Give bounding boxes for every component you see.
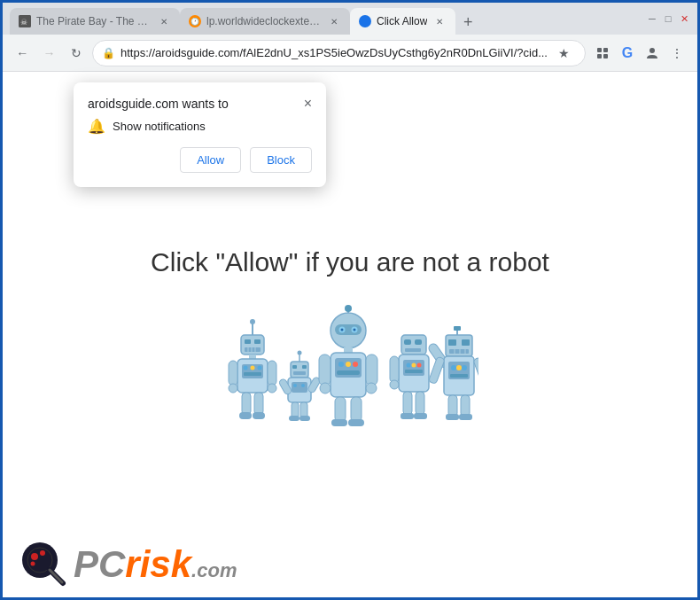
popup-close-button[interactable]: × [304, 97, 312, 111]
popup-header: aroidsguide.com wants to × [88, 97, 312, 111]
svg-rect-95 [449, 349, 469, 354]
tab-close-1[interactable]: ✕ [157, 14, 171, 28]
close-window-button[interactable]: ✕ [678, 12, 690, 25]
svg-point-22 [244, 365, 248, 370]
svg-point-62 [346, 362, 351, 367]
bookmark-star-icon[interactable]: ★ [553, 42, 576, 65]
svg-rect-94 [462, 339, 470, 346]
svg-rect-74 [404, 339, 411, 345]
svg-rect-36 [291, 362, 308, 378]
page-content: aroidsguide.com wants to × 🔔 Show notifi… [3, 72, 697, 600]
svg-point-67 [320, 383, 331, 394]
browser-actions: G ⋮ [591, 42, 688, 65]
svg-rect-82 [405, 370, 423, 373]
tab-title-2: lp.worldwideclockextens... [206, 15, 322, 27]
svg-rect-89 [414, 413, 427, 419]
new-tab-button[interactable]: + [455, 10, 480, 35]
svg-point-24 [258, 365, 262, 370]
svg-rect-91 [454, 326, 461, 331]
tab-title-1: The Pirate Bay - The gal... [36, 15, 152, 27]
svg-point-29 [268, 384, 276, 393]
forward-button[interactable]: → [38, 41, 59, 66]
svg-rect-58 [344, 347, 353, 353]
svg-rect-109 [446, 414, 459, 420]
lock-icon: 🔒 [102, 47, 115, 59]
tab-close-3[interactable]: ✕ [432, 14, 447, 28]
tab-favicon-1: ☠ [19, 15, 31, 27]
svg-rect-48 [289, 416, 299, 421]
popup-notification-row: 🔔 Show notifications [88, 118, 312, 135]
profile-icon[interactable] [641, 42, 664, 65]
address-bar: ← → ↻ 🔒 https://aroidsguide.com/fAlE2dnU… [3, 35, 697, 72]
svg-point-9 [649, 48, 655, 53]
svg-rect-25 [244, 372, 261, 376]
menu-icon[interactable]: ⋮ [665, 42, 688, 65]
address-actions: ★ [553, 42, 576, 65]
svg-rect-6 [603, 48, 608, 52]
refresh-button[interactable]: ↻ [66, 41, 87, 66]
svg-rect-37 [292, 365, 297, 369]
minimize-button[interactable]: ─ [646, 12, 658, 25]
svg-point-101 [451, 365, 456, 370]
svg-point-35 [298, 350, 302, 355]
svg-rect-14 [254, 339, 261, 344]
svg-rect-108 [461, 395, 470, 417]
svg-rect-110 [459, 414, 472, 420]
svg-rect-30 [242, 393, 251, 415]
svg-text:☠: ☠ [20, 18, 27, 27]
google-icon[interactable]: G [616, 42, 639, 65]
extensions-icon[interactable] [591, 42, 614, 65]
tab-clickallow[interactable]: Click Allow ✕ [350, 8, 455, 35]
svg-rect-32 [239, 412, 252, 419]
tab-title-3: Click Allow [377, 15, 427, 27]
svg-point-56 [341, 328, 344, 331]
titlebar: ☠ The Pirate Bay - The gal... ✕ 🕐 lp.wor… [3, 3, 697, 35]
svg-point-85 [390, 380, 399, 389]
svg-rect-7 [597, 54, 602, 58]
svg-rect-72 [348, 419, 364, 426]
svg-point-63 [353, 362, 358, 367]
popup-title: aroidsguide.com wants to [88, 97, 229, 111]
svg-rect-107 [448, 395, 457, 417]
svg-point-57 [354, 328, 356, 331]
svg-point-114 [40, 550, 45, 556]
pcrisk-icon [20, 541, 68, 588]
svg-rect-27 [268, 361, 276, 386]
svg-point-115 [31, 562, 35, 566]
svg-point-23 [251, 365, 255, 370]
svg-rect-75 [415, 339, 422, 345]
com-text: .com [191, 559, 237, 582]
tab-piratebay[interactable]: ☠ The Pirate Bay - The gal... ✕ [10, 8, 180, 35]
allow-button[interactable]: Allow [180, 147, 241, 173]
tab-group: ☠ The Pirate Bay - The gal... ✕ 🕐 lp.wor… [10, 3, 642, 35]
tab-close-2[interactable]: ✕ [327, 14, 341, 28]
bell-icon: 🔔 [88, 118, 105, 135]
svg-point-102 [456, 365, 462, 370]
tab-favicon-3 [359, 15, 371, 27]
svg-rect-105 [428, 356, 445, 384]
svg-rect-8 [603, 54, 608, 58]
block-button[interactable]: Block [250, 147, 312, 173]
svg-point-4 [359, 15, 371, 27]
svg-point-80 [412, 362, 416, 367]
svg-rect-5 [597, 48, 602, 52]
svg-rect-41 [292, 382, 307, 393]
svg-point-61 [338, 362, 344, 367]
url-text: https://aroidsguide.com/fAlE2dnU_xs1PS5i… [121, 46, 548, 59]
svg-point-103 [462, 365, 467, 370]
maximize-button[interactable]: □ [662, 12, 674, 25]
svg-point-79 [407, 362, 411, 367]
tab-worldwideclock[interactable]: 🕐 lp.worldwideclockextens... ✕ [180, 8, 350, 35]
svg-rect-70 [351, 397, 362, 422]
back-button[interactable]: ← [12, 41, 33, 66]
url-bar[interactable]: 🔒 https://aroidsguide.com/fAlE2dnU_xs1PS… [92, 40, 586, 66]
svg-point-51 [345, 305, 352, 312]
svg-rect-83 [390, 356, 399, 383]
svg-rect-15 [245, 347, 261, 352]
window-controls: ─ □ ✕ [646, 12, 690, 25]
risk-text: risk [125, 546, 191, 583]
svg-rect-64 [337, 370, 360, 375]
notification-popup: aroidsguide.com wants to × 🔔 Show notifi… [74, 82, 326, 187]
pcrisk-logo: PC risk .com [20, 541, 237, 588]
svg-rect-87 [416, 392, 424, 415]
